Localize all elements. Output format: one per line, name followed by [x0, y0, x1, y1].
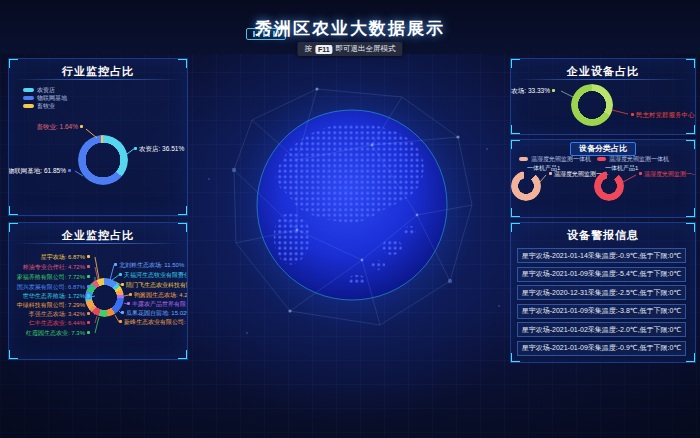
legend-swatch — [23, 96, 34, 100]
legend-label: 物联网基地 — [37, 95, 67, 101]
label-dot — [87, 331, 90, 334]
panel-corner — [8, 350, 18, 360]
fullscreen-tip-prefix: 按 — [304, 44, 312, 54]
globe-graphic — [222, 75, 482, 335]
label-dot — [87, 275, 90, 278]
page-title: 秀洲区农业大数据展示 — [0, 17, 700, 40]
legend-item[interactable]: 温湿度光照监测一体机 — [519, 155, 591, 162]
label-dot — [87, 285, 90, 288]
enterprise-label: 丰露农产品世界有限: 1. — [125, 301, 188, 307]
callout-text: 畜牧业: 1.64% — [36, 123, 78, 130]
alarms-panel-title: 设备警报信息 — [511, 228, 695, 243]
label-dot — [119, 320, 122, 323]
callout-livestock: 畜牧业: 1.64% — [36, 123, 85, 130]
panel-device-ratio: 企业设备占比 星宇农场: 33.33% 民主村党群服务中心 — [510, 58, 696, 135]
enterprise-label: 新峰生态农业有限公司: 6.87% — [117, 319, 188, 325]
f11-keycap: F11 — [315, 45, 333, 54]
industry-legend: 农资店 物联网基地 畜牧业 — [23, 86, 67, 110]
panel-alarm-info: 设备警报信息 星宇农场-2021-01-14采集温度:-0.9℃,低于下限:0℃… — [510, 222, 696, 363]
enterprise-label: 星宇农场: 6.87% — [41, 254, 92, 260]
alarm-row: 星宇农场-2021-01-09采集温度:-3.8℃,低于下限:0℃ — [517, 304, 686, 319]
legend-item[interactable]: 畜牧业 — [23, 102, 67, 109]
bg-dot — [498, 305, 500, 307]
enterprise-label: 瓜果花园自留地: 15.02% — [119, 310, 188, 316]
alarm-row: 星宇农场-2020-12-31采集温度:-2.5℃,低于下限:0℃ — [517, 285, 686, 300]
divider — [516, 79, 690, 80]
label-text: 民主村党群服务中心 — [636, 111, 695, 118]
callout-dot — [80, 125, 83, 128]
devices-right-label: 民主村党群服务中心 — [629, 111, 695, 118]
device-class-title: 设备分类占比 — [570, 142, 636, 156]
callout-dot — [134, 147, 137, 150]
alarm-row: 星宇农场-2021-01-09采集温度:-5.4℃,低于下限:0℃ — [517, 267, 686, 282]
label-text: 粮油专业合作社: 4.72% — [23, 264, 85, 270]
label-dot — [87, 321, 90, 324]
legend-swatch — [597, 157, 606, 161]
label-text: 仁丰生态农业: 6.44% — [29, 320, 85, 326]
panel-corner — [686, 353, 696, 363]
device-class-right-callout: 温湿度光照监测一— — [637, 171, 696, 177]
enterprise-label: 世华生态养殖场: 1.72% — [23, 293, 92, 299]
panel-corner — [510, 125, 520, 135]
label-dot — [129, 293, 132, 296]
panel-enterprise-ratio: 企业监控占比 星宇农场: 6.87% 粮油专业合作社: 4.72% 家福养殖有限… — [8, 222, 188, 360]
enterprise-label: 李强生态农场: 3.42% — [29, 311, 92, 317]
dashboard-stage: 秀洲区农业大数据展示 按 F11 即可退出全屏模式 — [0, 0, 700, 438]
enterprise-label: 粮油专业合作社: 4.72% — [23, 264, 92, 270]
alarm-row: 星宇农场-2021-01-14采集温度:-0.9℃,低于下限:0℃ — [517, 248, 686, 263]
device-class-left-donut[interactable] — [511, 171, 541, 201]
divider — [14, 243, 182, 244]
label-dot — [552, 89, 555, 92]
enterprise-panel-title: 企业监控占比 — [9, 228, 187, 243]
devices-donut-chart[interactable] — [571, 84, 613, 126]
label-dot — [87, 265, 90, 268]
enterprise-label: 陆门飞生态农业科技有限公 — [119, 282, 188, 288]
label-text: 世华生态养殖场: 1.72% — [23, 293, 85, 299]
callout-store: 农资店: 36.51% — [132, 145, 184, 152]
legend-swatch — [23, 88, 34, 92]
enterprise-label: 仁丰生态农业: 6.44% — [29, 320, 92, 326]
device-class-right-donut[interactable] — [594, 171, 624, 201]
label-text: 星宇农场: 6.87% — [41, 254, 85, 260]
panel-corner — [8, 206, 18, 216]
label-text: 李强生态农场: 3.42% — [29, 311, 85, 317]
panel-corner — [178, 206, 188, 216]
alarm-row: 星宇农场-2021-01-09采集温度:-0.9℃,低于下限:0℃ — [517, 341, 686, 356]
label-text: 北刘粮生态农场: 11.50% — [119, 262, 184, 268]
legend-item[interactable]: 温湿度光照监测一体机 — [597, 155, 669, 162]
label-text: 陆门飞生态农业科技有限公 — [126, 282, 188, 288]
enterprise-label: 天福河生态牧业有限责任公 — [117, 272, 188, 278]
legend-item[interactable]: 物联网基地 — [23, 94, 67, 101]
bg-dot — [208, 178, 210, 180]
enterprise-label: 国兴发展有限公司: 6.87% — [17, 284, 92, 290]
label-text: 家福养殖有限公司: 7.72% — [17, 274, 85, 280]
panel-industry-ratio: 行业监控占比 农资店 物联网基地 畜牧业 畜牧业: 1.64% — [8, 58, 188, 216]
label-dot — [119, 273, 122, 276]
label-text: 天福河生态牧业有限责任公 — [124, 272, 188, 278]
callout-dot — [639, 172, 642, 175]
enterprise-label: 北刘粮生态农场: 11.50% — [112, 262, 184, 268]
fullscreen-tooltip: 按 F11 即可退出全屏模式 — [297, 42, 402, 56]
divider — [14, 79, 182, 80]
panel-corner — [686, 208, 696, 218]
legend-label: 温湿度光照监测一体机 — [531, 156, 591, 162]
label-text: 丰露农产品世界有限: 1. — [132, 301, 188, 307]
devices-left-label: 星宇农场: 33.33% — [510, 87, 557, 94]
legend-label: 畜牧业 — [37, 103, 55, 109]
label-text: 鸭酱园生态农场: 4.29 — [134, 292, 188, 298]
industry-donut-chart[interactable] — [78, 135, 128, 185]
panel-corner — [686, 125, 696, 135]
label-dot — [121, 283, 124, 286]
callout-text: 温湿度光照监测一— — [644, 171, 696, 177]
enterprise-label: 家福养殖有限公司: 7.72% — [17, 274, 92, 280]
alarm-row: 星宇农场-2021-01-02采集温度:-2.0℃,低于下限:0℃ — [517, 322, 686, 337]
callout-dot — [549, 172, 552, 175]
enterprise-label: 鸭酱园生态农场: 4.29 — [127, 292, 188, 298]
label-text: 国兴发展有限公司: 6.87% — [17, 284, 85, 290]
legend-swatch — [23, 104, 34, 108]
label-text: 星宇农场: 33.33% — [510, 87, 550, 94]
devices-panel-title: 企业设备占比 — [511, 64, 695, 79]
legend-swatch — [519, 157, 528, 161]
enterprise-label: 中绿科技有限公司: 7.29% — [17, 302, 92, 308]
legend-item[interactable]: 农资店 — [23, 86, 67, 93]
